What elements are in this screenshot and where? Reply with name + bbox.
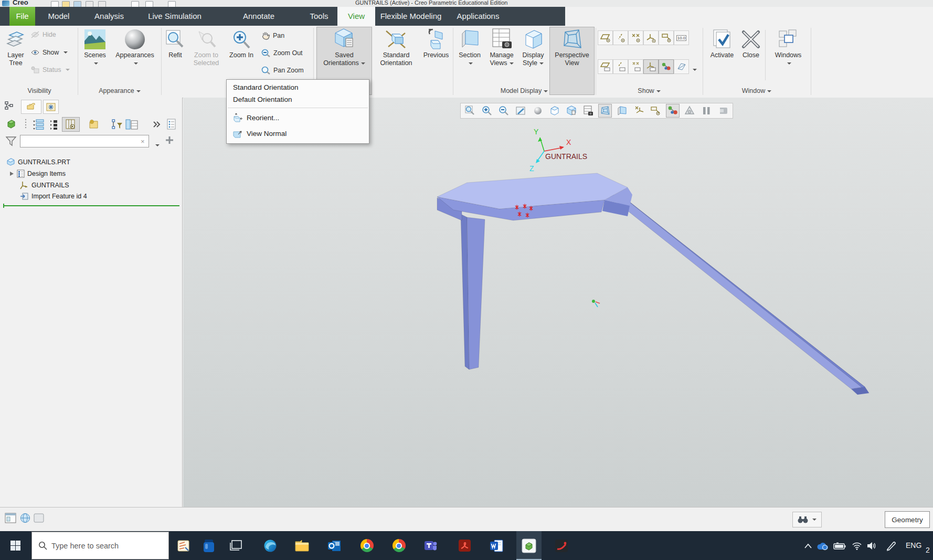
menu-item-default-orientation[interactable]: Default Orientation	[227, 93, 369, 105]
status-button[interactable]: Status	[30, 66, 70, 73]
close-button[interactable]: Close	[738, 27, 764, 60]
layer-tree-button[interactable]: Layer Tree	[1, 27, 30, 68]
csys-display-toggle[interactable]	[643, 30, 659, 45]
hide-button[interactable]: Hide	[30, 31, 56, 38]
annotation-display-icon[interactable]	[649, 104, 662, 118]
insert-locator-line[interactable]	[3, 205, 179, 206]
annotation-orientation-toggle[interactable]	[674, 59, 689, 74]
collapse-items-icon[interactable]	[48, 118, 62, 131]
word-icon[interactable]	[484, 531, 509, 560]
realtime-rendering-icon[interactable]	[683, 104, 696, 118]
show-group-label[interactable]: Show	[618, 87, 681, 96]
volume-icon[interactable]	[866, 540, 878, 552]
tab-view[interactable]: View	[337, 7, 375, 26]
tray-clock[interactable]: 2	[926, 546, 930, 554]
pause-icon[interactable]	[699, 104, 713, 118]
zoom-in-icon[interactable]	[480, 104, 494, 118]
refit-icon[interactable]	[463, 104, 477, 118]
save-icon[interactable]	[73, 1, 81, 7]
open-icon[interactable]	[62, 1, 70, 7]
tree-filters-icon[interactable]	[110, 118, 124, 131]
csys-tag-toggle[interactable]	[643, 59, 659, 74]
manage-views-button[interactable]: Manage Views	[485, 27, 518, 68]
zoom-to-selected-button[interactable]: Zoom to Selected	[189, 27, 224, 68]
tab-model[interactable]: Model	[44, 7, 73, 26]
section-button[interactable]: Section	[454, 27, 485, 68]
datum-display-filters-icon[interactable]	[632, 104, 645, 118]
appearance-group-label[interactable]: Appearance	[88, 87, 151, 96]
tab-annotate[interactable]: Annotate	[235, 7, 282, 26]
more-tools-chevrons-icon[interactable]	[150, 118, 164, 131]
annotation-display-toggle[interactable]	[659, 30, 674, 45]
axis-tag-toggle[interactable]	[613, 59, 628, 74]
scenes-button[interactable]: Scenes	[80, 27, 110, 68]
display-style-button[interactable]: Display Style	[518, 27, 548, 68]
clear-filter-icon[interactable]: ×	[141, 138, 145, 145]
windows-button[interactable]: Windows	[770, 27, 806, 68]
tree-row-import-feature[interactable]: Import Feature id 4	[20, 191, 87, 201]
pan-zoom-button[interactable]: Pan Zoom	[261, 66, 304, 75]
blank-window-icon[interactable]	[33, 512, 45, 524]
undo-icon[interactable]	[86, 1, 93, 7]
repaint-icon[interactable]	[514, 104, 527, 118]
tree-row-guntrails-csys[interactable]: GUNTRAILS	[20, 180, 69, 190]
perspective-view-button[interactable]: Perspective View	[549, 27, 595, 95]
perspective-icon[interactable]	[598, 104, 612, 118]
model-window-icon[interactable]	[4, 512, 17, 524]
model-node-icon[interactable]	[4, 118, 18, 131]
appearances-button[interactable]: Appearances	[110, 27, 160, 68]
tray-chevron-up-icon[interactable]	[802, 540, 814, 552]
menu-item-standard-orientation[interactable]: Standard Orientation	[227, 81, 369, 93]
filter-funnel-icon[interactable]	[5, 135, 17, 147]
section-icon[interactable]	[615, 104, 629, 118]
web-browser-icon[interactable]	[19, 512, 31, 524]
show-button[interactable]: Show	[30, 49, 68, 56]
model-display-group-label[interactable]: Model Display	[493, 87, 556, 96]
point-tag-toggle[interactable]	[628, 59, 643, 74]
model-tree-tab[interactable]	[4, 101, 14, 110]
start-button[interactable]	[0, 531, 30, 560]
plane-display-toggle[interactable]	[598, 30, 613, 45]
activate-button[interactable]: Activate	[707, 27, 737, 60]
add-filter-icon[interactable]	[165, 135, 174, 145]
tree-root-row[interactable]: GUNTRAILS.PRT	[6, 157, 70, 167]
spin-center-toggle[interactable]	[659, 59, 674, 74]
red-swoosh-app-icon[interactable]	[549, 531, 574, 560]
model-canvas[interactable]: Y X Z GUNTRAILS	[183, 98, 933, 507]
menu-item-reorient[interactable]: Reorient...	[227, 110, 369, 126]
close-window-icon[interactable]	[168, 1, 176, 7]
zoom-out-button[interactable]: Zoom Out	[261, 49, 303, 57]
customize-quick-access-icon[interactable]	[185, 1, 192, 6]
tree-row-design-items[interactable]: Design Items	[9, 168, 66, 178]
selection-filter-box[interactable]: Geometry	[885, 511, 930, 528]
axis-display-toggle[interactable]	[613, 30, 628, 45]
tab-applications[interactable]: Applications	[450, 7, 506, 26]
window-switch-icon[interactable]	[145, 1, 153, 7]
onedrive-cloud-icon[interactable]	[817, 540, 829, 552]
chrome-icon-2[interactable]	[386, 531, 411, 560]
redo-icon[interactable]	[98, 1, 106, 7]
settings-document-icon[interactable]	[165, 118, 178, 131]
regenerate-icon[interactable]	[131, 1, 139, 7]
spin-center-icon[interactable]	[666, 104, 680, 118]
tray-language-label[interactable]: ENG	[906, 541, 921, 550]
dimension-display-toggle[interactable]: 10.0	[674, 30, 689, 45]
outlook-icon[interactable]	[322, 531, 347, 560]
creo-active-app-icon[interactable]	[516, 531, 542, 560]
taskbar-search[interactable]: Type here to search	[31, 532, 169, 559]
display-style-icon[interactable]	[548, 104, 561, 118]
tree-columns-icon[interactable]	[125, 118, 139, 131]
standard-orientation-button[interactable]: Standard Orientation	[373, 27, 420, 68]
view-manager-icon[interactable]	[581, 104, 595, 118]
filter-dropdown-icon[interactable]	[153, 140, 160, 150]
previous-button[interactable]: Previous	[420, 27, 452, 60]
teams-icon[interactable]	[418, 531, 443, 560]
acrobat-icon[interactable]	[452, 531, 477, 560]
expand-items-icon[interactable]	[31, 118, 45, 131]
new-file-icon[interactable]	[51, 1, 59, 7]
point-display-toggle[interactable]	[628, 30, 643, 45]
saved-orientations-icon[interactable]	[565, 104, 578, 118]
sticky-notes-app-icon[interactable]	[171, 531, 196, 560]
tab-tools[interactable]: Tools	[303, 7, 335, 26]
refit-button[interactable]: Refit	[163, 27, 188, 60]
